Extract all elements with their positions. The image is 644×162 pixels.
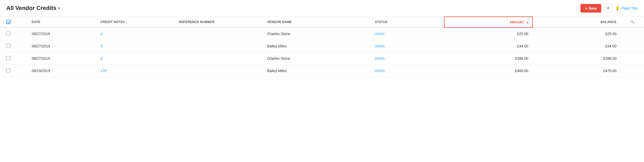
table-row: 08/27/2019 2 Charles Stone OPEN £398.00 … xyxy=(0,52,644,65)
row-checkbox-cell[interactable] xyxy=(0,65,28,77)
row-reference xyxy=(175,65,263,77)
row-action-cell xyxy=(621,65,644,77)
header-right: + New ≡ 💡 Page Tips xyxy=(580,4,638,13)
new-button[interactable]: + New xyxy=(580,4,601,13)
row-amount: £34.00 xyxy=(444,40,532,52)
status-badge: OPEN xyxy=(375,69,385,73)
col-header-date: DATE xyxy=(28,17,96,28)
row-status: OPEN xyxy=(371,28,444,40)
status-badge: OPEN xyxy=(375,44,385,48)
row-balance: £25.00 xyxy=(532,28,621,40)
row-checkbox[interactable] xyxy=(6,31,10,35)
menu-button[interactable]: ≡ xyxy=(604,4,612,13)
bulk-select-icon[interactable] xyxy=(6,20,10,24)
row-status: OPEN xyxy=(371,65,444,77)
vendor-credits-table: DATE CREDIT NOTE# REFERENCE NUMBER VENDO… xyxy=(0,17,644,77)
row-vendor-name: Bailey Miles xyxy=(263,65,371,77)
page-tips-button[interactable]: 💡 Page Tips xyxy=(615,6,638,11)
status-badge: OPEN xyxy=(375,32,385,36)
search-icon[interactable]: 🔍 xyxy=(630,20,634,24)
table-container: DATE CREDIT NOTE# REFERENCE NUMBER VENDO… xyxy=(0,17,644,77)
row-checkbox[interactable] xyxy=(6,56,10,60)
row-credit-note[interactable]: 4 xyxy=(96,28,175,40)
status-badge: OPEN xyxy=(375,57,385,61)
row-credit-note[interactable]: 2 xyxy=(96,52,175,65)
row-status: OPEN xyxy=(371,40,444,52)
row-amount: £398.00 xyxy=(444,52,532,65)
row-checkbox[interactable] xyxy=(6,44,10,48)
row-credit-note[interactable]: 178 xyxy=(96,65,175,77)
col-header-credit-note: CREDIT NOTE# xyxy=(96,17,175,28)
row-reference xyxy=(175,28,263,40)
row-date: 08/27/2019 xyxy=(28,28,96,40)
table-header-row: DATE CREDIT NOTE# REFERENCE NUMBER VENDO… xyxy=(0,17,644,28)
credit-note-link[interactable]: 3 xyxy=(100,44,102,48)
row-vendor-name: Charles Stone xyxy=(263,52,371,65)
page-title: All Vendor Credits xyxy=(6,5,56,12)
row-reference xyxy=(175,52,263,65)
row-vendor-name: Bailey Miles xyxy=(263,40,371,52)
dropdown-arrow-icon[interactable]: ▾ xyxy=(58,6,60,10)
col-header-search[interactable]: 🔍 xyxy=(621,17,644,28)
col-header-balance: BALANCE xyxy=(532,17,621,28)
table-body: 08/27/2019 4 Charles Stone OPEN £25.00 £… xyxy=(0,28,644,77)
row-checkbox-cell[interactable] xyxy=(0,28,28,40)
table-row: 08/27/2019 3 Bailey Miles OPEN £34.00 £3… xyxy=(0,40,644,52)
row-amount: £25.00 xyxy=(444,28,532,40)
row-action-cell xyxy=(621,28,644,40)
row-balance: £398.00 xyxy=(532,52,621,65)
hamburger-icon: ≡ xyxy=(607,6,609,10)
row-checkbox-cell[interactable] xyxy=(0,52,28,65)
sort-arrow-icon: ▲ xyxy=(526,21,529,24)
row-action-cell xyxy=(621,52,644,65)
header-left: All Vendor Credits ▾ xyxy=(6,5,60,12)
table-row: 08/19/2019 178 Bailey Miles OPEN £480.00… xyxy=(0,65,644,77)
row-amount: £480.00 xyxy=(444,65,532,77)
table-row: 08/27/2019 4 Charles Stone OPEN £25.00 £… xyxy=(0,28,644,40)
col-header-reference: REFERENCE NUMBER xyxy=(175,17,263,28)
page-tips-label: Page Tips xyxy=(621,6,638,10)
row-date: 08/19/2019 xyxy=(28,65,96,77)
row-checkbox-cell[interactable] xyxy=(0,40,28,52)
credit-note-link[interactable]: 2 xyxy=(100,56,102,61)
row-checkbox[interactable] xyxy=(6,68,10,72)
row-action-cell xyxy=(621,40,644,52)
col-header-status: STATUS xyxy=(371,17,444,28)
row-reference xyxy=(175,40,263,52)
row-date: 08/27/2019 xyxy=(28,40,96,52)
row-vendor-name: Charles Stone xyxy=(263,28,371,40)
row-date: 08/27/2019 xyxy=(28,52,96,65)
row-balance: £470.00 xyxy=(532,65,621,77)
col-header-amount[interactable]: AMOUNT ▲ xyxy=(444,17,532,28)
row-credit-note[interactable]: 3 xyxy=(96,40,175,52)
row-balance: £34.00 xyxy=(532,40,621,52)
credit-note-link[interactable]: 4 xyxy=(100,32,102,36)
bulk-select-header[interactable] xyxy=(0,17,28,28)
row-status: OPEN xyxy=(371,52,444,65)
lightbulb-icon: 💡 xyxy=(615,6,620,11)
credit-note-link[interactable]: 178 xyxy=(100,69,106,73)
col-header-vendor: VENDOR NAME xyxy=(263,17,371,28)
page-header: All Vendor Credits ▾ + New ≡ 💡 Page Tips xyxy=(0,0,644,17)
